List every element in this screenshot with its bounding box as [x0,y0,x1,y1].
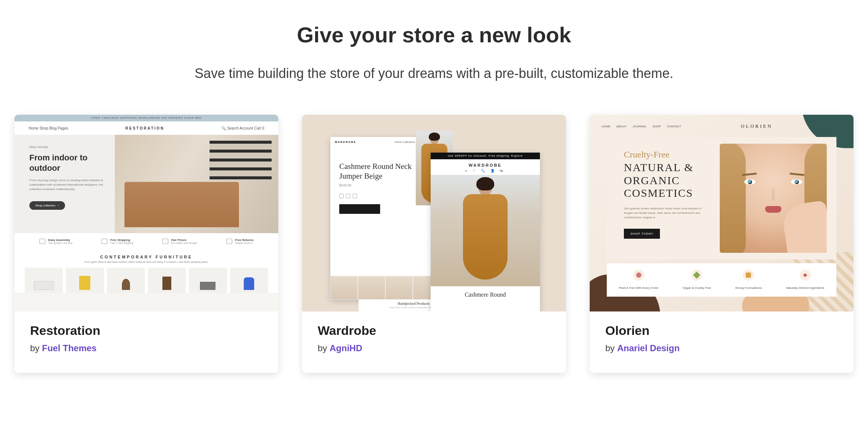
preview-nav-right: 🔍 Search Account Cart 0 [221,126,264,130]
tag-icon [162,239,168,244]
headline-line: ORGANIC [624,174,680,186]
flask-icon [743,270,754,281]
preview-hero-script: Cruelty-Free [624,150,709,160]
theme-author-link[interactable]: Fuel Themes [42,343,97,353]
preview-add-to-cart [339,204,380,214]
preview-product [189,268,227,293]
theme-author-link[interactable]: Anariel Design [617,343,680,353]
heart-icon: ♡ [831,124,834,128]
theme-card-olorien[interactable]: HOME ABOUT JOURNAL SHOP CONTACT OLORIEN … [590,115,854,373]
preview-hero-image [431,175,540,286]
preview-nav-items: HOME ABOUT JOURNAL SHOP CONTACT [602,125,686,128]
preview-hero-headline: NATURAL & ORGANIC COSMETICS [624,161,709,200]
preview-nav-item: JOURNAL [633,125,647,128]
by-prefix: by [318,343,330,353]
tree-icon [633,270,644,281]
theme-thumbnail: HOME ABOUT JOURNAL SHOP CONTACT OLORIEN … [590,115,854,311]
preview-logo: WARDROBE [335,141,356,143]
preview-hero-blurb: From rescuing design icons to creating f… [29,178,104,192]
heart-icon [800,270,811,281]
preview-nav-left: Home Shop Blog Pages [29,126,68,130]
theme-byline: by Anariel Design [605,343,838,353]
theme-name: Olorien [605,323,838,338]
preview-product [107,268,145,293]
preview-product-row [14,268,278,293]
preview-mobile-panel: Use 20%OFF for discount. Free shipping. … [431,153,540,311]
headline-line: COSMETICS [624,187,693,199]
preview-logo: WARDROBE [431,159,540,169]
preview-logo: RESTORATION [126,126,165,130]
by-prefix: by [30,343,42,353]
preview-badge: Naturally Derived Ingredients [786,270,824,290]
theme-card-wardrobe[interactable]: WARDROBE Home Collections Shop Pages Blo… [302,115,566,373]
preview-hero-image [115,135,278,233]
preview-hero-text: New Arrivals From indoor to outdoor From… [14,135,115,233]
preview-feature-sub: Simply return it [235,242,253,244]
preview-feature: Free ShippingFast + free shipping [101,238,133,244]
theme-author-link[interactable]: AgniHD [330,343,362,353]
theme-card-footer: Wardrobe by AgniHD [302,311,566,373]
preview-nav-item: CONTACT [667,125,681,128]
preview-features: Easy AssemblyTwo people, one tool Free S… [14,233,278,249]
preview-hero-headline: From indoor to outdoor [29,153,106,173]
preview-nav: HOME ABOUT JOURNAL SHOP CONTACT OLORIEN … [602,120,842,133]
page-title: Give your store a new look [0,22,868,47]
theme-card-restoration[interactable]: FREE TRACKED SHIPPING WORLDWIDE ON ORDER… [14,115,278,373]
preview-product-thumbs [330,276,440,300]
theme-name: Wardrobe [318,323,550,338]
preview-feature: Easy AssemblyTwo people, one tool [39,238,72,244]
preview-hero: Cruelty-Free NATURAL & ORGANIC COSMETICS… [607,137,836,260]
preview-badges: Plant A Tree With Every Order Vegan & Cr… [607,263,836,297]
theme-byline: by AgniHD [318,343,550,353]
preview-nav-item: SHOP [652,125,661,128]
preview-product [66,268,104,293]
bag-icon: 🛍 [838,124,842,128]
preview-promo-bar: Use 20%OFF for discount. Free shipping. … [431,153,540,159]
preview-badge-label: Naturally Derived Ingredients [786,286,824,290]
theme-thumbnail: FREE TRACKED SHIPPING WORLDWIDE ON ORDER… [14,115,278,311]
preview-nav-icons: ♡🛍 [827,124,842,128]
preview-logo: OLORIEN [741,123,773,129]
preview-badge: Vegan & Cruelty Free [683,270,711,290]
preview-feature: Fair PricesNo matter your budget [162,238,197,244]
preview-badge: Plant A Tree With Every Order [619,270,658,290]
preview-feature-title: Free Shipping [110,238,133,242]
theme-card-footer: Restoration by Fuel Themes [14,311,278,373]
truck-icon [101,239,107,244]
preview-feature-title: Free Returns [235,238,253,242]
preview-hero-cta: SHOP TODAY [624,229,660,239]
preview-feature-title: Easy Assembly [48,238,72,242]
headline-line: NATURAL & [624,161,694,173]
preview-badge-label: Strong Formulations [735,286,762,290]
preview-product [25,268,63,293]
preview-hero-image [712,137,836,260]
theme-name: Restoration [30,323,263,338]
preview-feature-sub: Two people, one tool [48,242,72,244]
preview-nav: Home Shop Blog Pages RESTORATION 🔍 Searc… [14,121,278,135]
preview-nav-item: ABOUT [616,125,627,128]
return-icon [226,239,232,244]
box-icon [39,239,45,244]
face-illustration [720,144,827,253]
preview-hero-cta: Shop collection → [29,201,65,210]
preview-feature-title: Fair Prices [171,238,197,242]
page-subtitle: Save time building the store of your dre… [0,66,868,81]
preview-nav-item: HOME [602,125,610,128]
preview-badge-label: Vegan & Cruelty Free [683,286,711,290]
preview-hero: New Arrivals From indoor to outdoor From… [14,135,278,233]
preview-feature: Free ReturnsSimply return it [226,238,253,244]
leaf-icon [691,270,702,281]
by-prefix: by [605,343,617,353]
preview-hero-text: Cruelty-Free NATURAL & ORGANIC COSMETICS… [607,137,712,260]
preview-feature-sub: Fast + free shipping [110,242,133,244]
theme-byline: by Fuel Themes [30,343,263,353]
preview-hero-caption: Cashmere Round [431,286,540,298]
preview-badge: Strong Formulations [735,270,762,290]
preview-hero-blurb: Sed gravida ornare vestibulum turpis lor… [624,206,702,220]
preview-header-icons: ≡ ♡ 🔍 👤 🛍 [431,169,540,175]
header-section: Give your store a new look Save time bui… [0,22,868,81]
preview-feature-sub: No matter your budget [171,242,197,244]
preview-product [148,268,186,293]
preview-hero-eyebrow: New Arrivals [29,145,106,149]
preview-promo-bar: FREE TRACKED SHIPPING WORLDWIDE ON ORDER… [14,115,278,121]
